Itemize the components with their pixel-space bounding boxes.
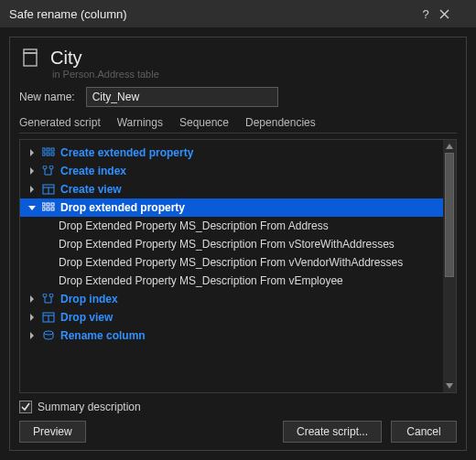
index-icon: [42, 165, 55, 177]
view-icon: [42, 311, 55, 324]
preview-button[interactable]: Preview: [19, 421, 86, 443]
dialog-footer: Summary description Preview Create scrip…: [19, 401, 457, 443]
close-button[interactable]: [439, 9, 467, 19]
tree-node-label: Drop view: [60, 311, 113, 324]
property-icon: [42, 201, 55, 214]
new-name-row: New name:: [19, 87, 457, 107]
help-button[interactable]: ?: [412, 7, 439, 21]
svg-point-12: [43, 166, 47, 169]
index-icon: [42, 293, 55, 305]
new-name-label: New name:: [19, 91, 75, 103]
tree-node-label: Drop index: [60, 293, 118, 305]
svg-rect-6: [47, 148, 49, 151]
svg-rect-10: [51, 153, 54, 155]
create-script-button[interactable]: Create script...: [283, 421, 382, 443]
object-name: City: [50, 48, 81, 69]
view-icon: [42, 183, 55, 196]
tab-generated-script[interactable]: Generated script: [19, 116, 101, 129]
scroll-track[interactable]: [443, 153, 456, 380]
expander-icon[interactable]: [27, 294, 37, 304]
tree-node-label: Create index: [60, 165, 126, 177]
tab-sequence[interactable]: Sequence: [179, 116, 229, 129]
tree-node-label: Create view: [60, 183, 122, 196]
svg-point-30: [49, 294, 53, 297]
scroll-up-button[interactable]: [443, 140, 456, 153]
svg-rect-27: [51, 208, 54, 210]
svg-marker-11: [30, 167, 34, 175]
property-icon: [42, 146, 55, 159]
svg-rect-9: [47, 153, 49, 155]
tree-child-item[interactable]: Drop Extended Property MS_Description Fr…: [20, 235, 456, 253]
svg-rect-7: [51, 148, 54, 151]
svg-point-29: [43, 294, 47, 297]
close-icon: [439, 9, 449, 19]
expander-icon[interactable]: [27, 185, 37, 194]
svg-marker-34: [30, 314, 34, 321]
scroll-down-button[interactable]: [443, 380, 456, 392]
svg-rect-25: [42, 208, 45, 210]
svg-rect-22: [42, 203, 45, 206]
svg-marker-17: [30, 186, 34, 193]
tab-bar: Generated script Warnings Sequence Depen…: [19, 116, 457, 134]
scroll-thumb[interactable]: [445, 153, 454, 277]
svg-rect-8: [42, 153, 45, 155]
column-icon: [42, 329, 55, 342]
svg-marker-40: [446, 144, 453, 149]
svg-marker-21: [28, 206, 36, 210]
tree-node-drop-view[interactable]: Drop view: [20, 308, 456, 326]
cancel-button[interactable]: Cancel: [391, 421, 457, 443]
tree-node-drop-extended-property[interactable]: Drop extended property: [20, 198, 456, 217]
button-row: Preview Create script... Cancel: [19, 421, 457, 443]
tree-node-create-index[interactable]: Create index: [20, 162, 456, 180]
tree-child-item[interactable]: Drop Extended Property MS_Description Fr…: [20, 272, 456, 290]
sequence-tree-container: Create extended property Create index: [19, 139, 457, 393]
tree-node-create-extended-property[interactable]: Create extended property: [20, 144, 456, 162]
tree-child-item[interactable]: Drop Extended Property MS_Description Fr…: [20, 253, 456, 272]
vertical-scrollbar[interactable]: [443, 140, 456, 392]
object-context: in Person.Address table: [52, 69, 457, 80]
tree-node-create-view[interactable]: Create view: [20, 180, 456, 198]
svg-rect-5: [42, 148, 45, 151]
svg-rect-26: [47, 208, 49, 210]
expander-icon[interactable]: [27, 148, 37, 157]
svg-rect-3: [24, 53, 37, 66]
svg-rect-23: [47, 203, 49, 206]
tree-child-item[interactable]: Drop Extended Property MS_Description Fr…: [20, 217, 456, 235]
sequence-tree: Create extended property Create index: [20, 140, 456, 348]
svg-marker-28: [30, 295, 34, 303]
tree-node-label: Rename column: [60, 329, 146, 342]
dialog-body: City in Person.Address table New name: G…: [9, 37, 467, 451]
svg-point-39: [44, 331, 53, 335]
svg-marker-41: [446, 383, 453, 389]
expander-icon[interactable]: [27, 331, 37, 340]
svg-marker-4: [30, 149, 34, 156]
expander-icon[interactable]: [27, 203, 37, 212]
svg-marker-38: [30, 332, 34, 339]
svg-point-13: [49, 166, 53, 169]
check-icon: [21, 402, 30, 412]
tab-warnings[interactable]: Warnings: [117, 116, 163, 129]
tree-node-drop-index[interactable]: Drop index: [20, 290, 456, 308]
tree-node-label: Drop extended property: [60, 201, 185, 214]
summary-checkbox-row[interactable]: Summary description: [19, 401, 457, 413]
summary-checkbox-label: Summary description: [38, 401, 141, 413]
new-name-input[interactable]: [86, 87, 278, 107]
expander-icon[interactable]: [27, 313, 37, 322]
title-bar: Safe rename (column) ?: [0, 0, 476, 27]
window-title: Safe rename (column): [9, 7, 127, 21]
object-header: City: [19, 47, 457, 69]
column-icon: [19, 47, 41, 69]
summary-checkbox[interactable]: [19, 401, 32, 413]
svg-rect-24: [51, 203, 54, 206]
expander-icon[interactable]: [27, 166, 37, 176]
tree-node-rename-column[interactable]: Rename column: [20, 326, 456, 345]
tab-dependencies[interactable]: Dependencies: [245, 116, 316, 129]
tree-node-label: Create extended property: [60, 146, 193, 159]
